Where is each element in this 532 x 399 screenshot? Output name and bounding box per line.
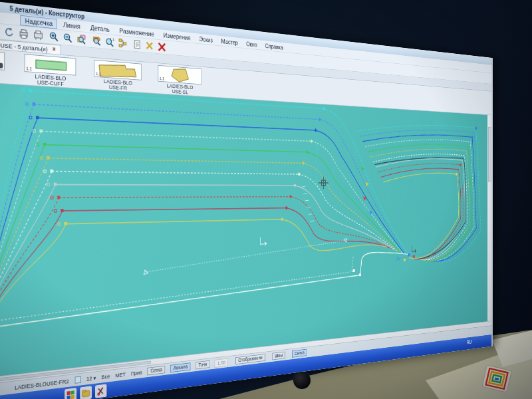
delete-red-button[interactable] <box>156 41 166 53</box>
toggle-лекала-button[interactable]: Лекала <box>170 362 190 373</box>
undo-button[interactable] <box>2 25 15 39</box>
сетка-button[interactable]: Сетка <box>292 348 307 358</box>
plotter-button[interactable] <box>32 28 44 42</box>
taskbar-folder-icon[interactable] <box>80 386 92 399</box>
menu-item-6[interactable]: Эскиз <box>196 33 217 45</box>
plotter-icon <box>33 29 43 41</box>
zoom-in-icon <box>49 31 59 42</box>
zoom-region-icon <box>76 33 86 45</box>
vertical-scrollbar[interactable] <box>487 115 492 321</box>
svg-text:1:1: 1:1 <box>110 37 114 41</box>
part-thumbnail[interactable]: 1.1 <box>25 54 76 76</box>
zoom-select[interactable]: 12 ▾ <box>86 374 96 382</box>
швы-button[interactable]: Швы <box>272 351 285 360</box>
snap-checkbox[interactable] <box>74 376 80 384</box>
zoom-out-button[interactable] <box>62 31 73 45</box>
part-card-cuff[interactable]: 1.1LADIES-BLOUSE-CUFF <box>23 54 77 88</box>
report-icon <box>132 39 141 51</box>
zoom-1-1-button[interactable]: 1:1 <box>104 35 114 49</box>
scale-value: 1.00 <box>215 358 228 367</box>
status-label-2[interactable]: МЕТ <box>116 371 126 378</box>
language-indicator[interactable]: RU <box>467 339 471 345</box>
report-button[interactable] <box>132 38 142 51</box>
part-shape <box>94 61 141 80</box>
status-label-1[interactable]: Все <box>102 373 110 380</box>
part-shape <box>158 66 201 84</box>
taskbar-app-colored-icon[interactable] <box>65 388 76 399</box>
zoom-out-icon <box>63 32 72 43</box>
part-thumbnail[interactable]: 1.1 <box>94 60 141 80</box>
zoom-fit-button[interactable] <box>90 34 102 47</box>
zoom-region-button[interactable] <box>75 33 86 46</box>
vertical-scrollbar-thumb[interactable] <box>488 127 491 182</box>
tree-button[interactable] <box>117 37 128 50</box>
menu-item-8[interactable]: Окно <box>243 39 261 49</box>
printer-icon <box>18 28 29 40</box>
zoom-1-1-icon: 1:1 <box>105 37 114 48</box>
delete-yellow-button[interactable] <box>144 39 155 52</box>
part-thumbnail[interactable] <box>0 48 5 70</box>
taskbar-scissors-app-icon[interactable] <box>95 384 106 398</box>
undo-icon <box>3 26 14 38</box>
tree-icon <box>118 38 127 49</box>
toggle-сетка-button[interactable]: Сетка <box>148 365 166 375</box>
zoom-fit-icon <box>92 35 101 47</box>
tab-close-icon[interactable]: × <box>53 46 56 53</box>
part-shape <box>25 55 76 75</box>
monitor-screen: 5 деталь(и) - Конструктор НадсечкаЛинияД… <box>0 0 493 399</box>
lock-icon <box>0 63 3 68</box>
part-scale-label: 1.1 <box>96 71 101 76</box>
part-thumbnail[interactable]: 1.1 <box>158 65 202 84</box>
part-card-fr[interactable]: 1.1LADIES-BLOUSE-FR <box>93 60 143 92</box>
monitor-power-button[interactable] <box>293 372 311 389</box>
part-scale-label: 1.1 <box>160 76 164 81</box>
delete-red-icon <box>157 41 166 52</box>
delete-yellow-icon <box>145 41 154 51</box>
zoom-in-button[interactable] <box>48 30 60 44</box>
part-card-sl[interactable]: 1.1LADIES-BLOUSE-SL <box>157 65 203 96</box>
status-label-3[interactable]: Прив <box>131 369 142 376</box>
part-scale-label: 1.1 <box>26 66 32 71</box>
printer-button[interactable] <box>17 27 29 41</box>
toggle-точн-button[interactable]: Точн <box>196 360 210 370</box>
part-card-col[interactable]: LADIES-BLOUSE-COL <box>0 47 6 83</box>
